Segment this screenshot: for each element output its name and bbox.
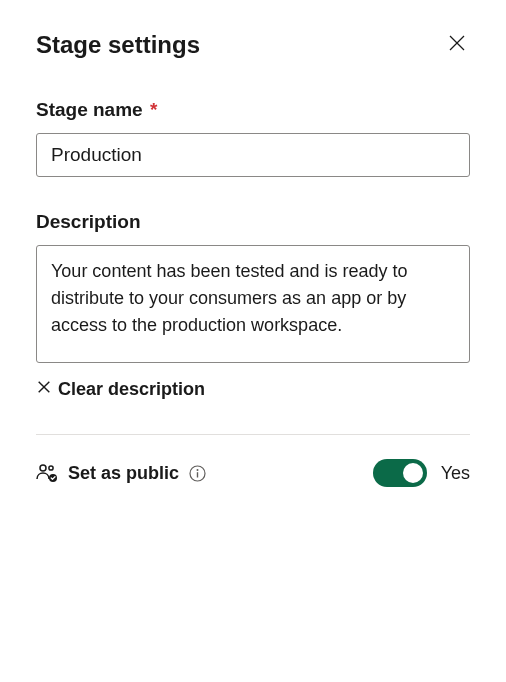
svg-rect-9 (197, 472, 198, 477)
clear-description-button[interactable]: Clear description (36, 375, 205, 404)
stage-name-input[interactable] (36, 133, 470, 177)
svg-point-5 (49, 466, 53, 470)
info-icon[interactable] (189, 465, 206, 482)
close-button[interactable] (444, 30, 470, 59)
dialog-title: Stage settings (36, 31, 200, 59)
description-textarea[interactable]: Your content has been tested and is read… (36, 245, 470, 363)
stage-name-label-text: Stage name (36, 99, 143, 120)
people-public-icon (36, 463, 58, 483)
toggle-knob (403, 463, 423, 483)
stage-name-label: Stage name * (36, 99, 470, 121)
toggle-state-label: Yes (441, 463, 470, 484)
svg-point-4 (40, 465, 46, 471)
public-toggle[interactable] (373, 459, 427, 487)
close-icon (448, 34, 466, 55)
required-indicator: * (150, 99, 157, 120)
description-label: Description (36, 211, 470, 233)
set-as-public-label: Set as public (68, 463, 179, 484)
svg-point-8 (197, 469, 199, 471)
close-icon (36, 379, 52, 400)
section-divider (36, 434, 470, 435)
clear-description-label: Clear description (58, 379, 205, 400)
